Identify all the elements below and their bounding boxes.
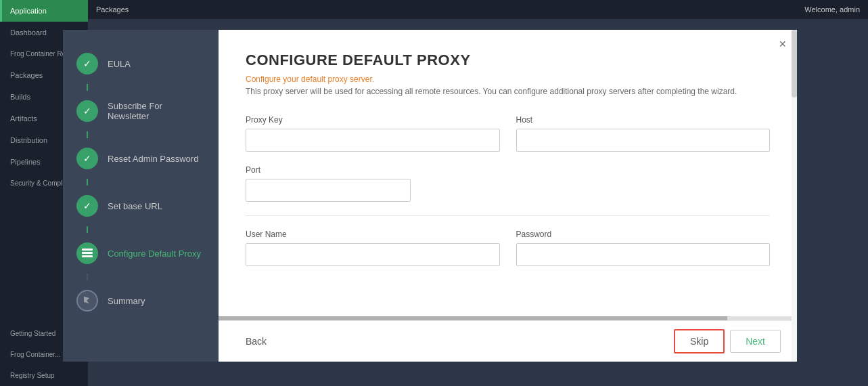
wizard-step-eula[interactable]: ✓ EULA [63,43,219,84]
username-input[interactable] [246,243,500,266]
wizard-connector-2 [87,131,88,138]
scroll-bar-track [219,316,797,320]
form-row-port: Port [246,165,770,202]
back-button[interactable]: Back [235,330,277,352]
wizard-step-label-newsletter: Subscribe For Newsletter [108,101,205,121]
modal-title: CONFIGURE DEFAULT PROXY [246,51,770,69]
form-group-password: Password [516,230,771,266]
svg-rect-0 [82,249,93,251]
modal-dialog: × CONFIGURE DEFAULT PROXY Configure your… [219,30,797,362]
wizard-step-circle-eula: ✓ [76,53,98,74]
flag-icon [83,296,92,305]
skip-button[interactable]: Skip [674,329,725,353]
form-group-proxy-key: Proxy Key [246,115,500,152]
username-label: User Name [246,230,500,239]
proxy-key-label: Proxy Key [246,115,500,125]
password-input[interactable] [516,243,771,266]
wizard-step-circle-proxy [76,242,98,264]
host-label: Host [516,115,771,125]
modal-scrollbar-thumb[interactable] [792,30,797,98]
wizard-step-label-eula: EULA [108,59,131,69]
bg-topbar: Packages Welcome, admin [88,0,868,19]
modal-subtitle: Configure your default proxy server. [246,74,770,84]
wizard-step-label-base-url: Set base URL [108,201,162,211]
wizard-step-circle-newsletter: ✓ [76,100,98,122]
wizard-step-newsletter[interactable]: ✓ Subscribe For Newsletter [63,91,219,131]
wizard-step-circle-base-url: ✓ [76,195,98,217]
stack-icon [82,249,93,258]
wizard-step-circle-reset: ✓ [76,148,98,169]
modal-description: This proxy server will be used for acces… [246,87,770,96]
wizard-step-label-summary: Summary [108,296,145,306]
form-divider [246,215,770,216]
wizard-step-circle-summary [76,290,98,312]
form-group-host: Host [516,115,771,152]
password-label: Password [516,230,771,239]
modal-body: CONFIGURE DEFAULT PROXY Configure your d… [219,30,797,316]
wizard-step-reset-password[interactable]: ✓ Reset Admin Password [63,138,219,179]
wizard-step-label-reset: Reset Admin Password [108,154,198,164]
svg-rect-2 [82,255,93,257]
proxy-key-input[interactable] [246,129,500,152]
modal-footer: Back Skip Next [219,320,797,362]
form-group-username: User Name [246,230,500,266]
wizard-connector-5 [87,274,88,280]
port-label: Port [246,165,411,175]
next-button[interactable]: Next [730,330,781,353]
svg-rect-1 [82,252,93,254]
form-row-credentials: User Name Password [246,230,770,266]
modal-scrollbar-track [792,30,797,362]
footer-right-buttons: Skip Next [674,329,781,353]
port-input[interactable] [246,179,411,202]
bg-sidebar-registry-setup: Registry Setup [0,365,88,386]
form-row-proxy-host: Proxy Key Host [246,115,770,152]
bg-sidebar-application: Application [0,0,88,22]
form-group-port: Port [246,165,411,202]
wizard-sidebar: ✓ EULA ✓ Subscribe For Newsletter ✓ Rese… [63,30,219,362]
wizard-step-proxy[interactable]: Configure Default Proxy [63,233,219,274]
scroll-bar-fill [219,316,727,320]
wizard-step-label-proxy: Configure Default Proxy [108,249,201,259]
wizard-connector-1 [87,84,88,91]
modal-close-button[interactable]: × [779,38,786,50]
wizard-connector-3 [87,179,88,186]
bg-welcome-text: Welcome, admin [804,5,860,14]
wizard-step-base-url[interactable]: ✓ Set base URL [63,186,219,226]
wizard-connector-4 [87,226,88,233]
bg-packages-label: Packages [96,5,129,14]
host-input[interactable] [516,129,771,152]
wizard-step-summary[interactable]: Summary [63,280,219,321]
